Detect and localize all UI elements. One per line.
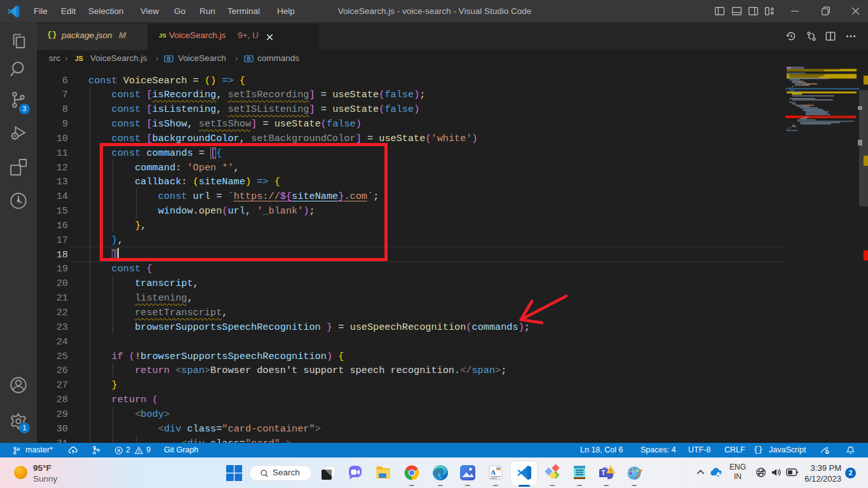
svg-text:A: A	[491, 468, 496, 476]
svg-text:!: !	[610, 468, 612, 473]
svg-text:T: T	[601, 470, 605, 477]
